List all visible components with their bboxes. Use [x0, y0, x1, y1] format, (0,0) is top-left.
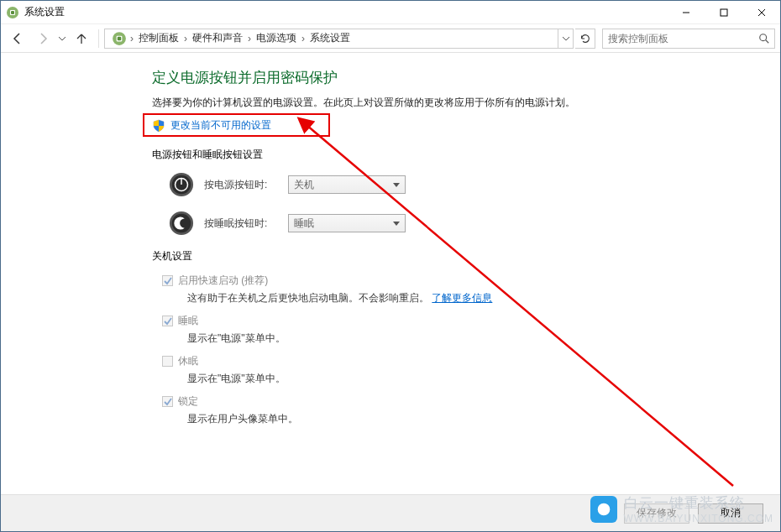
control-panel-icon: [112, 31, 127, 46]
page-description: 选择要为你的计算机设置的电源设置。在此页上对设置所做的更改将应用于你所有的电源计…: [152, 96, 780, 110]
cancel-button[interactable]: 取消: [698, 503, 763, 524]
search-icon[interactable]: [754, 33, 774, 44]
hibernate-checkbox: [162, 356, 173, 367]
back-button[interactable]: [6, 27, 29, 50]
breadcrumb-seg[interactable]: 系统设置: [307, 31, 354, 45]
nav-separator: [98, 29, 99, 48]
power-button-label: 按电源按钮时:: [204, 178, 288, 192]
maximize-button[interactable]: [705, 1, 742, 24]
sleep-button-icon: [169, 211, 194, 236]
hibernate-checkbox-label: 休眠: [178, 354, 198, 368]
close-button[interactable]: [742, 1, 780, 24]
breadcrumb[interactable]: › 控制面板 › 硬件和声音 › 电源选项 › 系统设置: [104, 29, 574, 49]
fastboot-desc: 这有助于在关机之后更快地启动电脑。不会影响重启。 了解更多信息: [187, 291, 780, 305]
app-icon: [6, 6, 19, 19]
breadcrumb-seg[interactable]: 电源选项: [253, 31, 300, 45]
sleep-checkbox: [162, 316, 173, 326]
fastboot-label: 启用快速启动 (推荐): [178, 274, 268, 288]
learn-more-link[interactable]: 了解更多信息: [432, 292, 492, 304]
fastboot-checkbox: [162, 275, 173, 286]
sleep-desc: 显示在"电源"菜单中。: [187, 331, 780, 346]
search-box[interactable]: [602, 29, 775, 49]
navbar: › 控制面板 › 硬件和声音 › 电源选项 › 系统设置: [1, 24, 780, 53]
page-title: 定义电源按钮并启用密码保护: [152, 68, 780, 87]
sleep-button-label: 按睡眠按钮时:: [204, 216, 288, 231]
footer: 保存修改 取消: [1, 494, 780, 531]
lock-desc: 显示在用户头像菜单中。: [187, 412, 780, 426]
svg-rect-9: [118, 36, 122, 40]
chevron-right-icon[interactable]: ›: [300, 33, 307, 44]
chevron-right-icon[interactable]: ›: [128, 33, 135, 44]
up-button[interactable]: [70, 27, 93, 50]
svg-rect-2: [11, 11, 14, 14]
uac-shield-icon: [152, 119, 165, 133]
power-button-value: 关机: [294, 178, 314, 192]
breadcrumb-seg[interactable]: 硬件和声音: [189, 31, 246, 45]
chevron-right-icon[interactable]: ›: [182, 33, 189, 44]
power-button-select[interactable]: 关机: [288, 175, 406, 194]
content-area: 定义电源按钮并启用密码保护 选择要为你的计算机设置的电源设置。在此页上对设置所做…: [1, 53, 780, 494]
sleep-checkbox-label: 睡眠: [178, 314, 198, 328]
section-buttons-title: 电源按钮和睡眠按钮设置: [152, 148, 780, 162]
sleep-button-value: 睡眠: [294, 216, 314, 231]
svg-line-6: [758, 9, 765, 16]
search-input[interactable]: [603, 33, 754, 44]
titlebar: 系统设置: [1, 1, 780, 24]
lock-checkbox-label: 锁定: [178, 394, 198, 409]
refresh-button[interactable]: [575, 29, 595, 49]
svg-line-5: [758, 9, 765, 16]
lock-checkbox: [162, 396, 173, 407]
breadcrumb-seg[interactable]: 控制面板: [135, 31, 182, 45]
hibernate-desc: 显示在"电源"菜单中。: [187, 372, 780, 386]
svg-line-11: [766, 39, 769, 43]
chevron-right-icon[interactable]: ›: [246, 33, 253, 44]
window-title: 系统设置: [24, 5, 667, 19]
recent-dropdown-icon[interactable]: [56, 27, 68, 50]
power-button-icon: [169, 172, 194, 197]
svg-point-10: [760, 34, 767, 40]
forward-button[interactable]: [31, 27, 55, 50]
minimize-button[interactable]: [667, 1, 705, 24]
section-shutdown-title: 关机设置: [152, 249, 780, 263]
sleep-button-select[interactable]: 睡眠: [288, 214, 406, 232]
save-button[interactable]: 保存修改: [624, 503, 689, 524]
svg-rect-4: [721, 9, 727, 16]
address-history-dropdown[interactable]: [558, 29, 573, 48]
change-unavailable-settings-link[interactable]: 更改当前不可用的设置: [170, 118, 271, 133]
